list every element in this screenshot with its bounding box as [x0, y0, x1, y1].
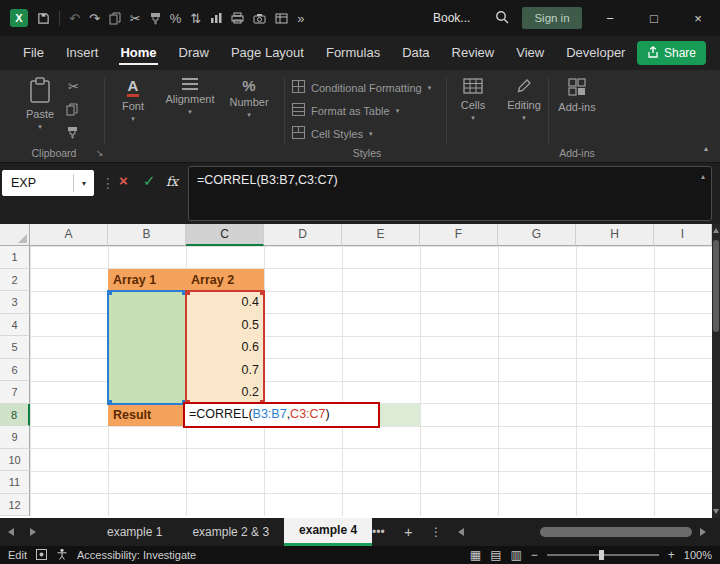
tab-insert[interactable]: Insert — [55, 36, 110, 70]
hscroll-right-icon[interactable] — [700, 528, 706, 536]
normal-view-icon[interactable]: ▦ — [470, 549, 481, 561]
font-menu-button[interactable]: A Font ▾ — [110, 78, 156, 122]
redo-icon[interactable]: ↷ — [89, 12, 100, 25]
name-box[interactable]: EXP ▾ — [2, 170, 94, 196]
column-header-i[interactable]: I — [654, 224, 712, 246]
row-header-10[interactable]: 10 — [0, 449, 30, 472]
row-header-8[interactable]: 8 — [0, 404, 30, 427]
sheet-scroll-left-icon[interactable] — [8, 528, 14, 536]
clipboard-dialog-launcher-icon[interactable]: ↘ — [96, 149, 104, 158]
conditional-formatting-button[interactable]: Conditional Formatting ▾ — [292, 78, 431, 97]
accessibility-icon[interactable] — [56, 548, 68, 562]
paste-button[interactable]: Paste ▾ — [18, 77, 62, 130]
zoom-out-icon[interactable]: − — [531, 549, 538, 561]
column-header-a[interactable]: A — [30, 224, 108, 246]
cell-C4[interactable]: 0.5 — [186, 314, 264, 337]
zoom-slider-thumb[interactable] — [599, 550, 604, 560]
zoom-level[interactable]: 100% — [684, 549, 712, 561]
scroll-up-icon[interactable] — [713, 228, 719, 233]
print-icon[interactable] — [231, 12, 244, 24]
column-header-c[interactable]: C — [186, 224, 264, 246]
tab-data[interactable]: Data — [391, 36, 440, 70]
row-header-12[interactable]: 12 — [0, 494, 30, 517]
share-button[interactable]: Share — [637, 41, 706, 65]
row-header-5[interactable]: 5 — [0, 336, 30, 359]
enter-icon[interactable]: ✓ — [143, 172, 156, 190]
cell-B7[interactable] — [108, 381, 186, 404]
cell-B2[interactable]: Array 1 — [108, 269, 186, 292]
cut-icon[interactable]: ✂ — [130, 12, 141, 25]
more-sheets-button[interactable]: ••• — [372, 518, 385, 546]
tab-page-layout[interactable]: Page Layout — [220, 36, 315, 70]
save-icon[interactable] — [37, 12, 50, 25]
vertical-scrollbar[interactable] — [712, 224, 720, 518]
hscroll-left-icon[interactable] — [458, 528, 464, 536]
sign-in-button[interactable]: Sign in — [522, 7, 582, 29]
column-header-b[interactable]: B — [108, 224, 186, 246]
search-icon[interactable] — [495, 10, 509, 28]
excel-logo[interactable]: X — [10, 9, 28, 27]
accessibility-status[interactable]: Accessibility: Investigate — [77, 549, 196, 561]
format-painter-icon[interactable] — [67, 126, 78, 141]
new-sheet-button[interactable]: + — [404, 518, 413, 546]
sheet-scroll-right-icon[interactable] — [30, 528, 36, 536]
camera-icon[interactable] — [253, 13, 266, 24]
column-header-g[interactable]: G — [498, 224, 576, 246]
tab-developer[interactable]: Developer — [555, 36, 636, 70]
column-header-h[interactable]: H — [576, 224, 654, 246]
close-button[interactable]: × — [676, 0, 720, 36]
tab-formulas[interactable]: Formulas — [315, 36, 391, 70]
cell-B5[interactable] — [108, 336, 186, 359]
page-break-view-icon[interactable]: ▥ — [510, 549, 521, 561]
tab-draw[interactable]: Draw — [168, 36, 220, 70]
row-header-7[interactable]: 7 — [0, 381, 30, 404]
cell-B4[interactable] — [108, 314, 186, 337]
tab-view[interactable]: View — [505, 36, 555, 70]
collapse-formula-bar-icon[interactable]: ▴ — [701, 172, 705, 181]
table-icon[interactable] — [275, 13, 288, 24]
row-header-2[interactable]: 2 — [0, 269, 30, 292]
row-header-9[interactable]: 9 — [0, 426, 30, 449]
row-header-3[interactable]: 3 — [0, 291, 30, 314]
tab-home[interactable]: Home — [109, 36, 167, 70]
column-header-d[interactable]: D — [264, 224, 342, 246]
cell-B3[interactable] — [108, 291, 186, 314]
copy-icon[interactable] — [109, 12, 121, 25]
cell-C6[interactable]: 0.7 — [186, 359, 264, 382]
cell-C8-formula-editor[interactable]: =CORREL(B3:B7,C3:C7) — [183, 402, 380, 428]
sheet-tab-example-2-3[interactable]: example 2 & 3 — [177, 518, 284, 546]
select-all-button[interactable] — [0, 224, 30, 246]
more-commands-icon[interactable]: » — [297, 12, 304, 25]
formula-input[interactable]: =CORREL(B3:B7,C3:C7) ▴ — [188, 166, 712, 221]
row-header-11[interactable]: 11 — [0, 471, 30, 494]
tab-review[interactable]: Review — [441, 36, 506, 70]
cut-icon[interactable]: ✂ — [68, 80, 79, 93]
alignment-menu-button[interactable]: Alignment ▾ — [162, 78, 218, 115]
column-header-e[interactable]: E — [342, 224, 420, 246]
addins-button[interactable]: Add-ins — [552, 78, 602, 113]
cells-menu-button[interactable]: Cells ▾ — [450, 78, 496, 121]
cell-C5[interactable]: 0.6 — [186, 336, 264, 359]
sort-icon[interactable]: ⇅ — [190, 12, 201, 25]
cancel-icon[interactable]: × — [119, 172, 128, 189]
tab-file[interactable]: File — [12, 36, 55, 70]
collapse-ribbon-icon[interactable]: ▴ — [704, 144, 708, 153]
percent-style-icon[interactable]: % — [170, 12, 182, 25]
macro-record-icon[interactable] — [36, 549, 47, 562]
cell-styles-button[interactable]: Cell Styles ▾ — [292, 124, 372, 143]
page-layout-view-icon[interactable]: ▤ — [490, 549, 501, 561]
cell-B6[interactable] — [108, 359, 186, 382]
zoom-in-icon[interactable]: + — [668, 549, 675, 561]
cell-C3[interactable]: 0.4 — [186, 291, 264, 314]
sheet-options-icon[interactable]: ⋮ — [430, 518, 442, 546]
row-header-4[interactable]: 4 — [0, 314, 30, 337]
copy-icon[interactable] — [66, 103, 78, 118]
undo-icon[interactable]: ↶ — [69, 12, 80, 25]
sheet-tab-example-4[interactable]: example 4 — [284, 518, 372, 546]
horizontal-scroll-thumb[interactable] — [540, 527, 692, 537]
maximize-button[interactable]: □ — [632, 0, 676, 36]
format-as-table-button[interactable]: Format as Table ▾ — [292, 101, 399, 120]
format-painter-icon[interactable] — [150, 12, 161, 25]
cell-B8[interactable]: Result — [108, 404, 186, 427]
sheet-tab-example-1[interactable]: example 1 — [92, 518, 177, 546]
